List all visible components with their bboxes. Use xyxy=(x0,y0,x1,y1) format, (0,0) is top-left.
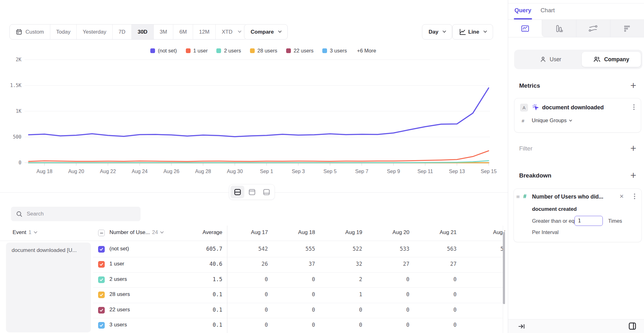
table-view-icon xyxy=(263,188,270,196)
analytics-app: CustomTodayYesterday7D30D3M6M12MXTD Comp… xyxy=(0,0,644,333)
row-label[interactable]: 1 user xyxy=(109,261,124,267)
row-label[interactable]: 28 users xyxy=(109,291,130,298)
row-label[interactable]: (not set) xyxy=(109,246,129,252)
line-chart-icon xyxy=(521,24,530,33)
cell-value: 1 xyxy=(315,291,362,298)
cell-value: 0 xyxy=(457,322,505,328)
range-12m[interactable]: 12M xyxy=(193,25,216,39)
row-average: 0.1 xyxy=(175,322,222,328)
cell-value: 0 xyxy=(409,307,457,313)
query-panel: Query Chart xyxy=(508,0,644,333)
row-label[interactable]: 3 users xyxy=(109,322,127,328)
interval-dropdown[interactable]: Day xyxy=(422,24,452,40)
collapse-panel-icon[interactable] xyxy=(518,322,526,332)
flow-chart-tab[interactable] xyxy=(576,20,610,37)
event-column-header[interactable]: Event1 xyxy=(13,229,37,236)
filter-heading: Filter xyxy=(519,145,532,152)
range-6m[interactable]: 6M xyxy=(173,25,193,39)
range-custom[interactable]: Custom xyxy=(10,25,50,39)
date-column-header[interactable]: Aug 20 xyxy=(362,229,409,236)
table-row: 2 users1.5002000 xyxy=(0,272,505,287)
svg-text:Sep 3: Sep 3 xyxy=(292,169,305,174)
row-label[interactable]: 2 users xyxy=(109,276,127,282)
measure-dropdown[interactable]: Unique Groups xyxy=(532,117,572,123)
breakdown-kebab-icon[interactable] xyxy=(634,196,635,197)
line-chart-tab[interactable] xyxy=(508,20,542,37)
date-column-header[interactable]: Aug 19 xyxy=(315,229,362,236)
panel-footer xyxy=(508,319,644,333)
indeterminate-icon xyxy=(100,231,103,235)
row-average: 0.1 xyxy=(175,307,222,313)
row-average: 605.7 xyxy=(175,246,222,252)
search-input[interactable] xyxy=(27,211,136,217)
row-values: 263732272728 xyxy=(221,261,505,267)
check-icon xyxy=(99,262,103,266)
row-average: 0.1 xyxy=(175,291,222,298)
row-checkbox[interactable] xyxy=(98,322,105,329)
cell-value: 0 xyxy=(362,291,409,298)
table-header-row: Event1 Number of Use...24 Average Aug 17… xyxy=(0,226,505,241)
tab-chart[interactable]: Chart xyxy=(541,7,555,14)
breakdown-property-name[interactable]: Number of Users who did... xyxy=(532,194,603,200)
select-all-checkbox[interactable] xyxy=(98,230,105,236)
row-checkbox[interactable] xyxy=(98,246,105,253)
user-toggle-option[interactable]: User xyxy=(540,50,561,69)
row-divider xyxy=(93,257,503,257)
line-chart[interactable]: 05001K1.5K2KAug 18Aug 20Aug 22Aug 24Aug … xyxy=(0,41,508,179)
svg-text:Aug 24: Aug 24 xyxy=(132,169,148,174)
date-column-header[interactable]: Aug 18 xyxy=(268,229,315,236)
cell-value: 0 xyxy=(457,276,505,282)
row-label[interactable]: 22 users xyxy=(109,307,130,313)
line-chart-icon xyxy=(459,28,466,36)
drag-handle-icon[interactable]: ≡ xyxy=(516,194,520,199)
add-metric-button[interactable]: + xyxy=(630,82,637,89)
range-3m[interactable]: 3M xyxy=(154,25,174,39)
add-breakdown-button[interactable]: + xyxy=(630,172,637,179)
bar-chart-tab[interactable] xyxy=(542,20,576,37)
metric-event-name[interactable]: document downloaded xyxy=(542,104,604,111)
chart-type-label: Line xyxy=(468,29,479,35)
compare-button[interactable]: Compare xyxy=(244,24,288,40)
close-icon[interactable]: ✕ xyxy=(619,193,624,199)
company-toggle-option[interactable]: Company xyxy=(582,52,641,67)
breakdown-value-input[interactable] xyxy=(575,216,603,226)
tab-query[interactable]: Query xyxy=(514,7,531,14)
range-today[interactable]: Today xyxy=(50,25,77,39)
range-label: 3M xyxy=(160,29,167,35)
breakdown-event-name[interactable]: document created xyxy=(532,206,577,212)
table-view-button[interactable] xyxy=(259,186,273,198)
metric-badge: A xyxy=(520,104,528,112)
cell-value: 28 xyxy=(457,261,505,267)
range-xtd[interactable]: XTD xyxy=(216,25,247,39)
series-column-header[interactable]: Number of Use...24 xyxy=(109,229,163,236)
search-icon xyxy=(16,211,23,217)
date-column-header[interactable]: Aug 21 xyxy=(409,229,457,236)
vertical-scrollbar[interactable] xyxy=(503,232,505,304)
range-30d[interactable]: 30D xyxy=(132,25,154,39)
range-7d[interactable]: 7D xyxy=(113,25,132,39)
range-yesterday[interactable]: Yesterday xyxy=(77,25,113,39)
row-checkbox[interactable] xyxy=(98,307,105,314)
cell-value: 522 xyxy=(315,246,362,252)
row-checkbox[interactable] xyxy=(98,261,105,268)
table-row: 3 users0.1000000 xyxy=(0,318,505,333)
split-panel-icon[interactable] xyxy=(628,321,637,332)
cell-value: 0 xyxy=(268,322,315,328)
breakdown-card[interactable]: ≡ # Number of Users who did... ✕ documen… xyxy=(514,188,642,242)
split-view-button[interactable] xyxy=(230,186,244,198)
date-column-header[interactable]: Aug 22 xyxy=(457,229,505,236)
chart-type-dropdown[interactable]: Line xyxy=(452,24,493,40)
chart-view-button[interactable] xyxy=(245,186,259,198)
add-filter-button[interactable]: + xyxy=(630,145,637,152)
row-checkbox[interactable] xyxy=(98,276,105,283)
metric-kebab-icon[interactable] xyxy=(633,106,635,108)
scatter-chart-tab[interactable] xyxy=(610,20,644,37)
date-column-header[interactable]: Aug 17 xyxy=(221,229,268,236)
breakdown-per-label[interactable]: Per Interval xyxy=(532,229,558,235)
metric-card[interactable]: A document downloaded # Unique Groups xyxy=(514,98,641,133)
event-count: 1 xyxy=(28,229,31,235)
compare-label: Compare xyxy=(251,29,274,35)
breakdown-unit-label: Times xyxy=(608,218,622,224)
row-checkbox[interactable] xyxy=(98,292,105,298)
results-table: Event1 Number of Use...24 Average Aug 17… xyxy=(0,226,505,333)
